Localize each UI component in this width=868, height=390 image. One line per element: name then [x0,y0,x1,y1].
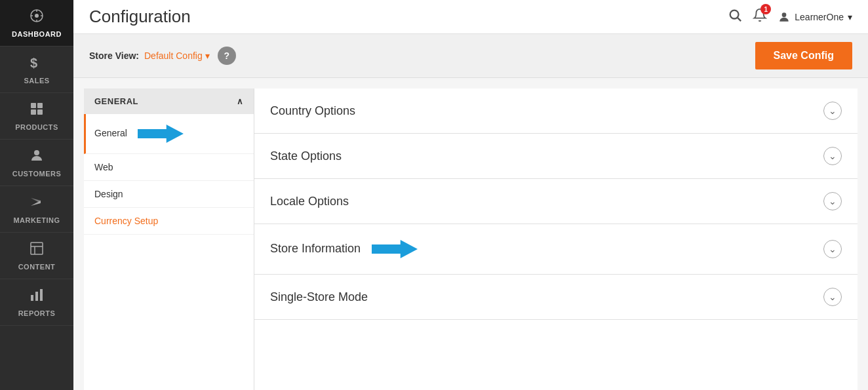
left-nav-general-label: General [94,128,127,138]
svg-point-1 [35,14,39,18]
accordion-panel: Country Options ⌄ State Options ⌄ Locale… [254,88,858,390]
left-nav-section-label: GENERAL [94,96,138,106]
sidebar-item-reports[interactable]: REPORTS [0,279,73,326]
page-header: Configuration 1 LearnerOne ▾ [73,0,868,34]
left-nav-section-general[interactable]: GENERAL ∧ [84,88,254,114]
help-label: ? [224,50,229,61]
left-nav-design-label: Design [94,189,123,199]
accordion-single-store-mode-header[interactable]: Single-Store Mode ⌄ [254,275,858,319]
left-nav-collapse-icon: ∧ [237,96,244,106]
arrow-annotation-store-info [372,237,418,261]
accordion-state-options-chevron[interactable]: ⌄ [823,147,842,165]
svg-marker-22 [372,240,418,258]
accordion-store-information-header[interactable]: Store Information ⌄ [254,224,858,274]
notification-bell-button[interactable]: 1 [753,8,767,26]
sidebar-item-marketing[interactable]: MARKETING [0,186,73,233]
left-nav-web-label: Web [94,162,113,172]
accordion-single-store-mode-label: Single-Store Mode [270,290,368,304]
arrow-annotation-general [138,122,184,146]
accordion-store-information-label: Store Information [270,237,418,261]
sidebar-item-content[interactable]: CONTENT [0,233,73,279]
sidebar-item-sales[interactable]: $ SALES [0,47,73,93]
left-nav-item-currency-setup[interactable]: Currency Setup [84,208,254,235]
user-name: LearnerOne [795,12,844,22]
reports-icon [29,287,45,307]
svg-text:$: $ [30,56,38,70]
accordion-country-options-chevron[interactable]: ⌄ [823,102,842,120]
customers-icon [29,147,45,167]
dashboard-icon [29,8,45,28]
sidebar-item-marketing-label: MARKETING [13,216,60,224]
accordion-store-information: Store Information ⌄ [254,224,858,275]
user-menu-button[interactable]: LearnerOne ▾ [778,10,852,24]
search-button[interactable] [728,8,742,26]
left-nav-currency-setup-label: Currency Setup [94,216,158,226]
accordion-country-options-label: Country Options [270,104,355,118]
user-dropdown-icon: ▾ [848,12,852,22]
svg-point-11 [34,150,39,155]
store-view-value: Default Config [144,50,203,61]
sidebar-item-sales-label: SALES [24,77,49,85]
page-title: Configuration [89,7,191,27]
svg-point-18 [730,10,739,19]
left-navigation: GENERAL ∧ General Web Design Currency Se… [84,88,254,390]
sidebar-item-products[interactable]: PRODUCTS [0,93,73,140]
svg-marker-21 [138,125,184,143]
sidebar: DASHBOARD $ SALES PRODUCTS CUSTOMERS MAR… [0,0,73,390]
sidebar-item-products-label: PRODUCTS [15,123,58,131]
content-icon [29,241,45,260]
config-toolbar: Store View: Default Config ▾ ? Save Conf… [73,34,868,78]
svg-rect-7 [31,103,36,108]
svg-line-19 [738,18,741,21]
accordion-state-options-label: State Options [270,149,342,163]
accordion-locale-options: Locale Options ⌄ [254,179,858,224]
accordion-locale-options-label: Locale Options [270,195,349,208]
svg-rect-9 [31,109,36,115]
left-nav-item-web[interactable]: Web [84,154,254,181]
accordion-state-options-header[interactable]: State Options ⌄ [254,134,858,178]
svg-rect-10 [37,109,43,115]
svg-point-20 [782,12,787,17]
svg-rect-12 [31,243,43,254]
notification-count: 1 [760,4,771,14]
svg-rect-15 [31,295,33,301]
sales-icon: $ [29,54,45,74]
store-view-dropdown[interactable]: Default Config ▾ [144,50,210,61]
svg-rect-8 [37,103,43,108]
left-nav-item-design[interactable]: Design [84,181,254,208]
svg-rect-17 [40,289,43,301]
save-config-button[interactable]: Save Config [755,42,852,69]
sidebar-item-dashboard-label: DASHBOARD [12,30,62,38]
accordion-store-information-chevron[interactable]: ⌄ [823,240,842,258]
accordion-country-options: Country Options ⌄ [254,88,858,134]
sidebar-item-reports-label: REPORTS [18,309,56,317]
store-view-label: Store View: [89,50,139,61]
sidebar-item-content-label: CONTENT [18,263,56,271]
sidebar-item-dashboard[interactable]: DASHBOARD [0,0,73,47]
accordion-single-store-mode-chevron[interactable]: ⌄ [823,288,842,306]
help-button[interactable]: ? [218,47,236,65]
accordion-country-options-header[interactable]: Country Options ⌄ [254,88,858,133]
store-view-chevron-icon: ▾ [205,50,210,61]
marketing-icon [29,194,45,214]
accordion-locale-options-header[interactable]: Locale Options ⌄ [254,179,858,224]
header-actions: 1 LearnerOne ▾ [728,8,852,26]
store-view-selector: Store View: Default Config ▾ ? [89,47,236,65]
accordion-locale-options-chevron[interactable]: ⌄ [823,192,842,210]
svg-rect-16 [35,292,38,301]
accordion-state-options: State Options ⌄ [254,134,858,179]
sidebar-item-customers[interactable]: CUSTOMERS [0,140,73,186]
accordion-single-store-mode: Single-Store Mode ⌄ [254,275,858,320]
content-area: GENERAL ∧ General Web Design Currency Se… [73,78,868,390]
sidebar-item-customers-label: CUSTOMERS [12,170,62,178]
main-content: Configuration 1 LearnerOne ▾ Store View:… [73,0,868,390]
products-icon [29,101,45,121]
left-nav-item-general[interactable]: General [84,114,254,154]
